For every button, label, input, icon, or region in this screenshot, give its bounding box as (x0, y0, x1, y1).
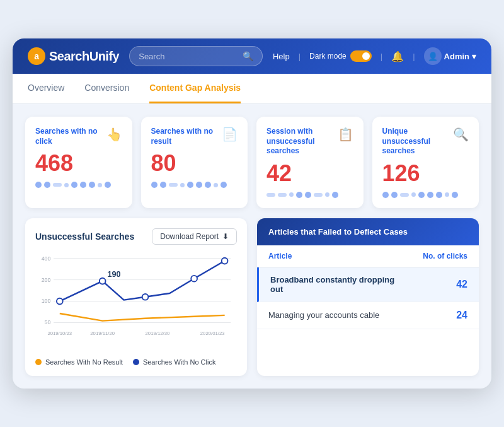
separator2: | (381, 52, 382, 61)
legend-label-no-click: Searches With No Click (143, 358, 216, 366)
legend-label-no-result: Searches With No Result (45, 358, 123, 366)
chart-legend: Searches With No Result Searches With No… (35, 358, 237, 366)
dot (71, 182, 77, 188)
svg-text:400: 400 (42, 255, 51, 261)
help-link[interactable]: Help (273, 52, 290, 61)
chart-area: 400 200 100 50 (35, 252, 237, 353)
dot (278, 193, 287, 197)
search-bar[interactable]: 🔍 (129, 46, 263, 66)
chart-header: Unsuccessful Searches Download Report ⬇ (35, 228, 237, 245)
article-name-0: Broadband constantly dropping out (270, 275, 409, 294)
chart-title: Unsuccessful Searches (35, 231, 134, 242)
svg-text:2020/01/23: 2020/01/23 (200, 330, 225, 336)
dot (452, 192, 458, 198)
dot (400, 193, 409, 197)
stat-value-no-result: 80 (151, 150, 238, 177)
dot (64, 183, 69, 187)
dot (382, 192, 389, 198)
dot (411, 192, 416, 197)
stat-card-unique: Unique unsuccessful searches 🔍 126 (372, 117, 479, 208)
dot (180, 183, 185, 187)
stat-label-no-click: Searches with no click (35, 127, 106, 146)
admin-label: Admin (444, 52, 469, 61)
stat-value-no-click: 468 (35, 150, 122, 177)
separator3: | (413, 52, 415, 61)
logo-icon: a (28, 47, 45, 65)
dark-mode-toggle-pill[interactable] (350, 50, 372, 62)
nav-tabs: Overview Conversion Content Gap Analysis (13, 74, 491, 104)
dot (205, 182, 211, 188)
dot (266, 193, 275, 197)
dot (314, 193, 323, 197)
download-label: Download Report (160, 232, 219, 241)
header-right: Help | Dark mode | 🔔 | 👤 Admin ▾ (273, 47, 476, 65)
dot (169, 183, 178, 187)
chart-svg: 400 200 100 50 (35, 252, 237, 353)
dot (418, 192, 425, 198)
dot (53, 183, 62, 187)
stat-card-no-result: Searches with no result 📄 80 (141, 117, 248, 208)
svg-text:2019/10/23: 2019/10/23 (47, 330, 72, 336)
svg-text:100: 100 (42, 298, 51, 304)
bottom-section: Unsuccessful Searches Download Report ⬇ (25, 218, 479, 376)
stat-dots-2 (266, 192, 353, 198)
chevron-down-icon: ▾ (472, 52, 476, 61)
articles-table-card: Articles that Failed to Deflect Cases Ar… (257, 218, 479, 376)
search-icon[interactable]: 🔍 (243, 51, 253, 61)
stat-dots-0 (35, 182, 122, 188)
dot (332, 192, 338, 198)
tab-conversion[interactable]: Conversion (84, 74, 129, 103)
data-point (142, 294, 149, 300)
table-title: Articles that Failed to Deflect Cases (268, 227, 408, 237)
logo-text: SearchUnify (49, 49, 119, 64)
col-header-article: Article (268, 252, 292, 260)
app-container: a SearchUnify 🔍 Help | Dark mode | 🔔 | 👤… (13, 38, 491, 389)
dot (44, 182, 50, 188)
user-icon: 👤 (424, 47, 442, 65)
search-input[interactable] (139, 52, 238, 61)
table-row: Broadband constantly dropping out 42 (257, 267, 479, 302)
col-header-clicks: No. of clicks (423, 252, 467, 260)
download-icon: ⬇ (222, 232, 229, 241)
dot (436, 192, 442, 198)
legend-dot-blue (133, 359, 139, 365)
dot (196, 182, 202, 188)
stat-icon-no-result: 📄 (222, 127, 238, 142)
stat-card-no-click: Searches with no click 👆 468 (25, 117, 132, 208)
data-point (222, 258, 228, 264)
legend-dot-yellow (35, 359, 42, 365)
dot (296, 192, 302, 198)
dot (35, 182, 42, 188)
stat-label-unique: Unique unsuccessful searches (382, 127, 454, 156)
stat-card-header: Searches with no result 📄 (151, 127, 238, 146)
stat-icon-no-click: 👆 (106, 127, 122, 142)
data-point (100, 278, 106, 284)
stat-label-no-result: Searches with no result (151, 127, 222, 146)
separator: | (299, 52, 301, 61)
dot (89, 182, 95, 188)
stat-card-header: Unique unsuccessful searches 🔍 (382, 127, 469, 156)
dot (445, 192, 449, 197)
dot (289, 192, 294, 197)
logo: a SearchUnify (28, 47, 119, 65)
dot (427, 192, 433, 198)
dot (160, 182, 166, 188)
main-content: Searches with no click 👆 468 (13, 104, 491, 389)
table-card-header: Articles that Failed to Deflect Cases (257, 218, 479, 245)
download-report-button[interactable]: Download Report ⬇ (152, 228, 237, 245)
stat-card-header: Searches with no click 👆 (35, 127, 122, 146)
stat-label-session: Session with unsuccessful searches (266, 127, 338, 156)
article-clicks-0: 42 (456, 279, 467, 290)
bell-icon[interactable]: 🔔 (391, 50, 404, 62)
dot (98, 183, 102, 187)
chart-callout: 190 (107, 270, 120, 279)
svg-text:200: 200 (42, 276, 51, 283)
article-clicks-1: 24 (456, 310, 467, 321)
admin-menu[interactable]: 👤 Admin ▾ (424, 47, 476, 65)
stat-icon-session: 📋 (338, 127, 353, 142)
dot (305, 192, 311, 198)
tab-overview[interactable]: Overview (28, 74, 64, 103)
tab-content-gap[interactable]: Content Gap Analysis (149, 74, 241, 103)
dark-mode-toggle[interactable]: Dark mode (309, 50, 372, 62)
legend-no-result: Searches With No Result (35, 358, 123, 366)
